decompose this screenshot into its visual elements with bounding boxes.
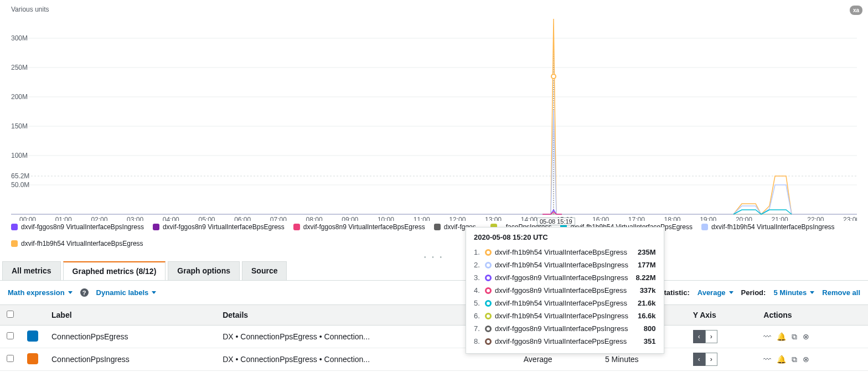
trend-icon[interactable]: 〰 — [763, 355, 771, 364]
legend-item[interactable]: dxvif-fggos8n9 VirtualInterfaceBpsEgress — [153, 223, 285, 231]
svg-text:18:00: 18:00 — [664, 216, 681, 221]
legend-label: dxvif-fh1b9h54 VirtualInterfaceBpsIngres… — [711, 223, 835, 231]
row-checkbox[interactable] — [7, 332, 14, 339]
legend-marker — [701, 224, 708, 230]
trend-icon[interactable]: 〰 — [763, 332, 771, 341]
copy-icon[interactable]: ⧉ — [792, 332, 797, 342]
svg-text:02:00: 02:00 — [91, 216, 107, 221]
col-yaxis: Y Axis — [686, 305, 757, 326]
chevron-down-icon — [152, 291, 156, 294]
dynamic-labels-dropdown[interactable]: Dynamic labels — [96, 288, 157, 297]
chevron-down-icon — [68, 291, 73, 294]
tooltip-rank: 7. — [474, 324, 482, 333]
y-axis-label: Various units — [11, 6, 857, 13]
legend-label: dxvif-fggos8n9 VirtualInterfaceBpsEgress — [163, 223, 285, 231]
svg-text:08:00: 08:00 — [306, 216, 323, 221]
chevron-down-icon — [810, 291, 814, 294]
tooltip-row: 2.dxvif-fh1b9h54 VirtualInterfaceBpsIngr… — [474, 259, 656, 271]
tooltip-rank: 4. — [474, 286, 482, 295]
tooltip-rank: 1. — [474, 248, 482, 256]
period-dropdown[interactable]: 5 Minutes — [773, 288, 814, 297]
tooltip-value: 351 — [644, 337, 656, 345]
statistic-dropdown[interactable]: Average — [698, 288, 733, 297]
tab-all-metrics[interactable]: All metrics — [2, 261, 61, 280]
series-ring-icon — [485, 338, 492, 345]
select-all-checkbox[interactable] — [7, 311, 14, 318]
tooltip-value: 16.6k — [638, 312, 656, 320]
math-expression-dropdown[interactable]: Math expression — [8, 288, 73, 297]
metrics-chart[interactable]: 50.0M 65.2M 100M 150M 200M 250M 300M 00:… — [11, 16, 857, 221]
yaxis-toggle[interactable]: ‹› — [693, 330, 717, 343]
svg-text:04:00: 04:00 — [163, 216, 179, 221]
yaxis-toggle[interactable]: ‹› — [693, 353, 717, 366]
tooltip-timestamp: 2020-05-08 15:20 UTC — [474, 233, 656, 241]
tooltip-series-label: dxvif-fggos8n9 VirtualInterfaceBpsIngres… — [495, 273, 628, 282]
tooltip-rank: 2. — [474, 261, 482, 269]
chart-tooltip: 2020-05-08 15:20 UTC 1.dxvif-fh1b9h54 Vi… — [466, 227, 664, 354]
tooltip-row: 8.dxvif-fggos8n9 VirtualInterfacePpsEgre… — [474, 335, 656, 348]
help-icon[interactable]: ? — [80, 288, 89, 297]
tooltip-series-label: dxvif-fggos8n9 VirtualInterfaceBpsEgress — [495, 286, 632, 295]
legend-item[interactable]: dxvif-fh1b9h54 VirtualInterfaceBpsEgress — [11, 240, 143, 247]
period-label: Period: — [741, 288, 766, 297]
tooltip-value: 21.6k — [638, 299, 656, 307]
series-ring-icon — [485, 300, 492, 307]
svg-text:11:00: 11:00 — [414, 216, 430, 221]
tooltip-row: 5.dxvif-fh1b9h54 VirtualInterfacePpsEgre… — [474, 297, 656, 309]
tab-bar: All metrics Graphed metrics (8/12) Graph… — [0, 261, 868, 280]
col-label: Label — [45, 305, 216, 326]
tooltip-series-label: dxvif-fggos8n9 VirtualInterfacePpsIngres… — [495, 324, 636, 333]
legend-marker — [293, 224, 300, 230]
svg-text:05:00: 05:00 — [198, 216, 215, 221]
table-row: ConnectionPpsIngressDX • ConnectionPpsEg… — [0, 348, 868, 371]
tooltip-rank: 8. — [474, 337, 482, 345]
svg-text:12:00: 12:00 — [449, 216, 466, 221]
svg-text:19:00: 19:00 — [700, 216, 716, 221]
legend-label: dxvif-fh1b9h54 VirtualInterfaceBpsEgress — [21, 240, 143, 247]
tooltip-row: 1.dxvif-fh1b9h54 VirtualInterfaceBpsEgre… — [474, 246, 656, 259]
legend-item[interactable]: dxvif-fggos8n9 VirtualInterfaceBpsIngres… — [11, 223, 144, 231]
svg-text:17:00: 17:00 — [628, 216, 645, 221]
series-ring-icon — [485, 313, 492, 319]
metrics-toolbar: Math expression ? Dynamic labels Statist… — [0, 280, 868, 304]
svg-text:10:00: 10:00 — [378, 216, 394, 221]
remove-icon[interactable]: ⊗ — [803, 332, 809, 341]
svg-text:07:00: 07:00 — [270, 216, 287, 221]
tab-graph-options[interactable]: Graph options — [168, 261, 240, 280]
svg-text:21:00: 21:00 — [772, 216, 788, 221]
tooltip-row: 6.dxvif-fh1b9h54 VirtualInterfacePpsIngr… — [474, 309, 656, 322]
tooltip-series-label: dxvif-fh1b9h54 VirtualInterfaceBpsIngres… — [495, 261, 630, 269]
xa-badge: xa — [850, 6, 862, 15]
legend-marker — [153, 224, 159, 230]
copy-icon[interactable]: ⧉ — [792, 355, 797, 364]
row-label: ConnectionPpsIngress — [45, 348, 216, 371]
svg-text:250M: 250M — [11, 64, 28, 71]
row-label: ConnectionPpsEgress — [45, 326, 216, 348]
legend-item[interactable]: dxvif-fh1b9h54 VirtualInterfaceBpsIngres… — [701, 223, 835, 231]
remove-all-link[interactable]: Remove all — [822, 288, 860, 297]
tooltip-row: 4.dxvif-fggos8n9 VirtualInterfaceBpsEgre… — [474, 284, 656, 297]
remove-icon[interactable]: ⊗ — [803, 355, 809, 364]
chevron-down-icon — [729, 291, 733, 294]
svg-text:16:00: 16:00 — [592, 216, 609, 221]
svg-text:22:00: 22:00 — [807, 216, 824, 221]
legend-item[interactable]: dxvif-fggos8n9 VirtualInterfaceBpsEgress — [293, 223, 425, 231]
tab-graphed-metrics[interactable]: Graphed metrics (8/12) — [63, 261, 166, 280]
color-swatch[interactable] — [27, 330, 38, 342]
svg-text:20:00: 20:00 — [736, 216, 752, 221]
color-swatch[interactable] — [27, 353, 38, 364]
svg-text:100M: 100M — [11, 152, 28, 159]
bell-icon[interactable]: 🔔 — [777, 355, 786, 364]
tooltip-rank: 6. — [474, 312, 482, 320]
resize-handle[interactable]: • • • — [0, 253, 868, 261]
svg-text:01:00: 01:00 — [55, 216, 72, 221]
bell-icon[interactable]: 🔔 — [777, 332, 786, 341]
row-checkbox[interactable] — [7, 355, 14, 362]
svg-text:13:00: 13:00 — [485, 216, 502, 221]
tooltip-series-label: dxvif-fh1b9h54 VirtualInterfacePpsEgress — [495, 299, 630, 307]
metrics-table: Label Details Statistic Period Y Axis Ac… — [0, 304, 868, 371]
series-ring-icon — [485, 275, 492, 281]
legend-marker — [11, 240, 18, 247]
tab-source[interactable]: Source — [242, 261, 287, 280]
tooltip-value: 235M — [638, 248, 656, 256]
